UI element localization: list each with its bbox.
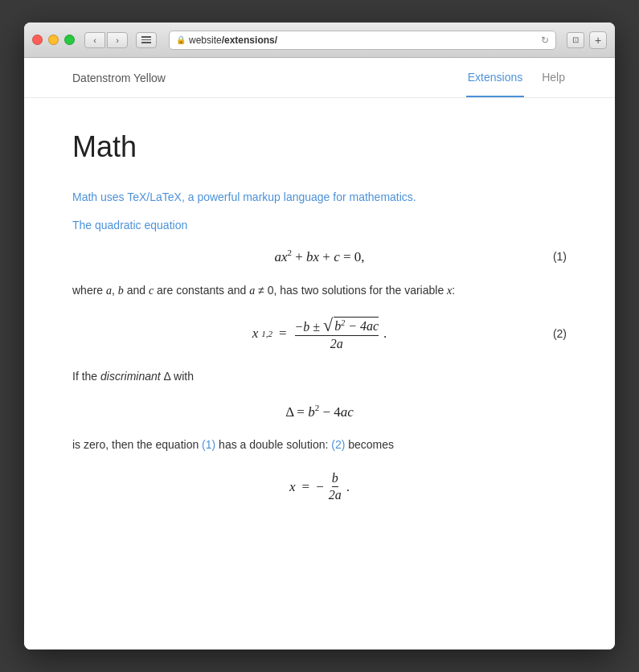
address-bar[interactable]: 🔒 website/extensions/ ↻ — [169, 31, 556, 50]
back-button[interactable]: ‹ — [84, 32, 105, 48]
page-content: Math Math uses TeX/LaTeX, a powerful mar… — [24, 98, 615, 649]
section-heading: The quadratic equation — [72, 219, 567, 232]
eq1-ref-link[interactable]: (1) — [202, 438, 215, 451]
intro-paragraph: Math uses TeX/LaTeX, a powerful markup l… — [72, 188, 567, 206]
menu-button[interactable] — [136, 32, 157, 48]
url-text: website/extensions/ — [189, 35, 536, 46]
close-button[interactable] — [32, 35, 43, 45]
site-brand[interactable]: Datenstrom Yellow — [72, 72, 166, 84]
page-title: Math — [72, 130, 567, 164]
nav-buttons: ‹ › — [84, 32, 128, 48]
hamburger-icon — [141, 36, 151, 43]
eq2-number: (2) — [553, 327, 567, 340]
new-tab-button[interactable]: + — [589, 31, 607, 49]
eq1-number: (1) — [553, 250, 567, 263]
equation-1-block: ax2 + bx + c = 0, (1) — [72, 248, 567, 265]
share-button[interactable]: ⊡ — [567, 32, 584, 48]
equation-1: ax2 + bx + c = 0, — [274, 248, 364, 265]
paragraph-is-zero: is zero, then the equation (1) has a dou… — [72, 436, 567, 455]
titlebar: ‹ › 🔒 website/extensions/ ↻ ⊡ + — [24, 23, 615, 58]
browser-window: ‹ › 🔒 website/extensions/ ↻ ⊡ + Datenstr… — [24, 23, 615, 649]
minimize-button[interactable] — [48, 35, 59, 45]
paragraph-discriminant: If the discriminant Δ with — [72, 367, 567, 387]
delta-equation-block: Δ = b2 − 4ac — [72, 403, 567, 420]
delta-equation: Δ = b2 − 4ac — [285, 403, 354, 420]
traffic-lights — [32, 35, 75, 45]
final-equation: x = − b 2a . — [289, 471, 350, 502]
nav-links: Extensions Help — [466, 58, 567, 97]
paragraph-variables: where a, b and c are constants and a ≠ 0… — [72, 281, 567, 301]
final-equation-block: x = − b 2a . — [72, 471, 567, 502]
equation-2: x1,2 = −b ± √ b2 − 4ac 2a . — [252, 317, 387, 351]
eq2-ref-link[interactable]: (2) — [331, 438, 345, 451]
nav-help[interactable]: Help — [540, 58, 567, 97]
lock-icon: 🔒 — [176, 35, 186, 44]
forward-button[interactable]: › — [107, 32, 128, 48]
reload-button[interactable]: ↻ — [541, 35, 549, 46]
window-controls: ⊡ — [567, 32, 584, 48]
maximize-button[interactable] — [64, 35, 75, 45]
site-navbar: Datenstrom Yellow Extensions Help — [24, 58, 615, 98]
equation-2-block: x1,2 = −b ± √ b2 − 4ac 2a . (2) — [72, 317, 567, 351]
nav-extensions[interactable]: Extensions — [466, 58, 524, 97]
